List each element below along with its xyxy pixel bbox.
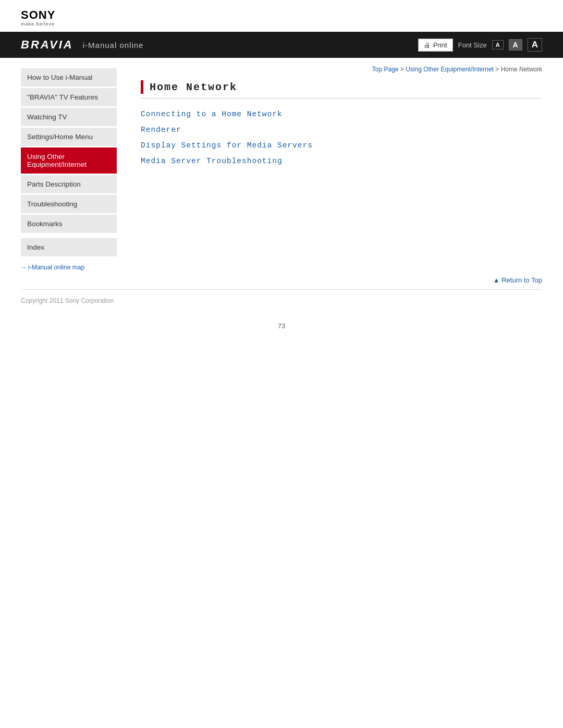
return-to-top-area: ▲ Return to Top: [0, 271, 563, 289]
top-bar: BRAVIA i-Manual online 🖨 Print Font Size…: [0, 32, 563, 58]
sidebar-item-bookmarks[interactable]: Bookmarks: [21, 215, 117, 233]
list-item: Connecting to a Home Network: [141, 109, 542, 118]
sidebar-item-using-other[interactable]: Using Other Equipment/Internet: [21, 147, 117, 174]
sidebar-item-index[interactable]: Index: [21, 238, 117, 256]
page-title-accent: [141, 80, 143, 94]
top-bar-controls: 🖨 Print Font Size A A A: [418, 38, 542, 52]
content-area: Top Page > Using Other Equipment/Interne…: [125, 58, 542, 271]
sidebar-item-watching-tv[interactable]: Watching TV: [21, 108, 117, 126]
page-title-bar: Home Network: [141, 80, 542, 98]
list-item: Renderer: [141, 125, 542, 134]
breadcrumb-top-page[interactable]: Top Page: [372, 66, 399, 73]
font-size-label: Font Size: [458, 41, 487, 49]
font-large-button[interactable]: A: [528, 38, 542, 52]
print-icon: 🖨: [424, 41, 431, 49]
sony-logo: SONY: [21, 9, 542, 21]
sidebar-item-how-to-use[interactable]: How to Use i-Manual: [21, 68, 117, 87]
link-display-settings[interactable]: Display Settings for Media Servers: [141, 141, 313, 150]
footer: Copyright 2011 Sony Corporation: [0, 290, 563, 312]
sidebar-item-settings-home-menu[interactable]: Settings/Home Menu: [21, 128, 117, 146]
copyright-text: Copyright 2011 Sony Corporation: [21, 297, 114, 304]
print-button[interactable]: 🖨 Print: [418, 39, 453, 52]
page-number: 73: [0, 312, 563, 335]
return-to-top-link[interactable]: ▲ Return to Top: [493, 276, 542, 284]
breadcrumb: Top Page > Using Other Equipment/Interne…: [141, 66, 542, 73]
sidebar: How to Use i-Manual "BRAVIA" TV Features…: [21, 58, 125, 271]
link-connecting[interactable]: Connecting to a Home Network: [141, 110, 283, 118]
list-item: Media Server Troubleshooting: [141, 156, 542, 165]
link-renderer[interactable]: Renderer: [141, 126, 181, 134]
imanual-title: i-Manual online: [83, 41, 418, 50]
page-title: Home Network: [150, 81, 237, 93]
font-medium-button[interactable]: A: [509, 39, 522, 51]
sony-tagline: make.believe: [21, 21, 542, 27]
list-item: Display Settings for Media Servers: [141, 140, 542, 150]
logo-area: SONY make.believe: [0, 0, 563, 32]
font-small-button[interactable]: A: [492, 40, 504, 50]
bravia-logo: BRAVIA: [21, 38, 74, 52]
imanual-map-link[interactable]: →i-Manual online map: [21, 264, 117, 271]
sidebar-item-troubleshooting[interactable]: Troubleshooting: [21, 195, 117, 213]
link-troubleshooting[interactable]: Media Server Troubleshooting: [141, 157, 283, 165]
main-layout: How to Use i-Manual "BRAVIA" TV Features…: [0, 58, 563, 271]
breadcrumb-current: Home Network: [501, 66, 542, 73]
breadcrumb-section[interactable]: Using Other Equipment/Internet: [406, 66, 494, 73]
arrow-right-icon: →: [21, 264, 27, 270]
sidebar-item-bravia-features[interactable]: "BRAVIA" TV Features: [21, 88, 117, 106]
sidebar-item-parts-description[interactable]: Parts Description: [21, 175, 117, 193]
content-links: Connecting to a Home Network Renderer Di…: [141, 109, 542, 165]
